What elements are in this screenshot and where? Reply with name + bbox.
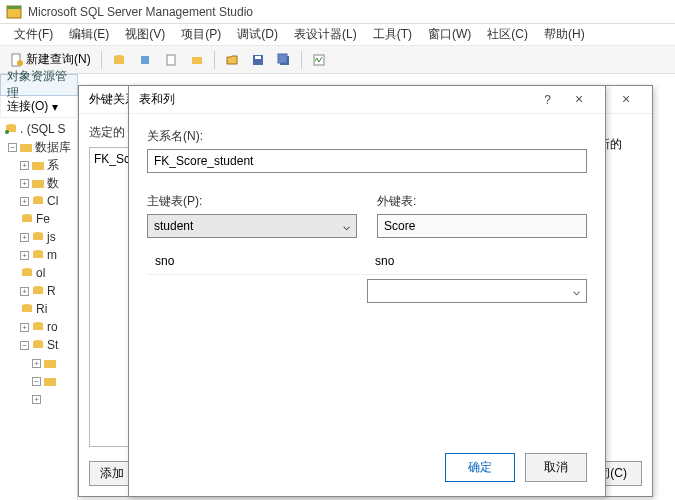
close-icon[interactable]: × [563, 90, 595, 110]
menu-view[interactable]: 视图(V) [119, 24, 171, 45]
tree-subitem[interactable]: + [0, 390, 77, 408]
relation-name-label: 关系名(N): [147, 128, 587, 145]
svg-rect-33 [22, 306, 32, 312]
svg-rect-17 [20, 144, 32, 152]
toolbar-open[interactable] [221, 51, 243, 69]
server-icon [4, 123, 18, 135]
expand-icon[interactable]: + [32, 395, 41, 404]
menu-community[interactable]: 社区(C) [481, 24, 534, 45]
tree-item[interactable]: Ri [0, 300, 77, 318]
fk-column-combo[interactable]: ⌵ [367, 279, 587, 303]
folder-icon [190, 53, 204, 67]
db-icon [31, 195, 45, 207]
menu-project[interactable]: 项目(P) [175, 24, 227, 45]
expand-icon[interactable]: + [20, 179, 29, 188]
pk-table-value: student [154, 219, 193, 233]
toolbar: 新建查询(N) [0, 46, 675, 74]
dropdown-icon[interactable]: ▾ [52, 100, 58, 114]
toolbar-btn-1[interactable] [108, 51, 130, 69]
tree-subitem[interactable]: − [0, 372, 77, 390]
expand-icon[interactable]: + [20, 323, 29, 332]
svg-rect-21 [33, 198, 43, 204]
fk-column-cell[interactable]: sno [367, 248, 587, 275]
tree-databases[interactable]: − 数据库 [0, 138, 77, 156]
tree-item[interactable]: +数 [0, 174, 77, 192]
menu-edit[interactable]: 编辑(E) [63, 24, 115, 45]
toolbar-save[interactable] [247, 51, 269, 69]
svg-rect-27 [33, 252, 43, 258]
db-icon [31, 231, 45, 243]
svg-rect-10 [255, 56, 261, 59]
fk-table-label: 外键表: [377, 193, 587, 210]
folder-icon [31, 159, 45, 171]
menu-designer[interactable]: 表设计器(L) [288, 24, 363, 45]
close-icon[interactable]: × [610, 90, 642, 110]
toolbar-saveall[interactable] [273, 51, 295, 69]
app-title: Microsoft SQL Server Management Studio [28, 5, 253, 19]
toolbar-btn-2[interactable] [134, 51, 156, 69]
menu-window[interactable]: 窗口(W) [422, 24, 477, 45]
chevron-down-icon: ⌵ [573, 284, 580, 298]
toolbar-sep3 [301, 51, 302, 69]
expand-icon[interactable]: + [20, 197, 29, 206]
relation-name-input[interactable] [147, 149, 587, 173]
activity-icon [312, 53, 326, 67]
report-icon [164, 53, 178, 67]
toolbar-activity[interactable] [308, 51, 330, 69]
pk-table-combo[interactable]: student ⌵ [147, 214, 357, 238]
tree-item[interactable]: +ro [0, 318, 77, 336]
expand-icon[interactable]: + [20, 287, 29, 296]
tree-item[interactable]: −St [0, 336, 77, 354]
toolbar-btn-3[interactable] [160, 51, 182, 69]
column-grid: sno sno ⌵ [147, 248, 587, 303]
toolbar-btn-4[interactable] [186, 51, 208, 69]
tree-item[interactable]: +Cl [0, 192, 77, 210]
collapse-icon[interactable]: − [32, 377, 41, 386]
cancel-button[interactable]: 取消 [525, 453, 587, 482]
menu-help[interactable]: 帮助(H) [538, 24, 591, 45]
expand-icon[interactable]: + [20, 161, 29, 170]
svg-rect-23 [22, 216, 32, 222]
toolbar-sep2 [214, 51, 215, 69]
object-explorer-header: 对象资源管理 [0, 74, 78, 96]
db-icon [31, 285, 45, 297]
app-icon [6, 4, 22, 20]
menu-tools[interactable]: 工具(T) [367, 24, 418, 45]
tree-root[interactable]: . (SQL S [0, 120, 77, 138]
object-explorer-tree: . (SQL S − 数据库 +系 +数 +Cl Fe +js +m ol +R… [0, 120, 78, 500]
collapse-icon[interactable]: − [20, 341, 29, 350]
expand-icon[interactable]: + [20, 233, 29, 242]
svg-rect-19 [32, 180, 44, 188]
connect-label[interactable]: 连接(O) [7, 98, 48, 115]
folder-icon [31, 177, 45, 189]
tc-dialog-title: 表和列 [139, 91, 175, 108]
new-query-button[interactable]: 新建查询(N) [6, 49, 95, 70]
expand-icon[interactable]: + [32, 359, 41, 368]
pk-column-cell[interactable]: sno [147, 248, 367, 275]
help-icon[interactable]: ? [538, 93, 557, 107]
fk-table-value: Score [377, 214, 587, 238]
svg-rect-8 [192, 57, 202, 64]
expand-icon[interactable]: + [20, 251, 29, 260]
tree-item[interactable]: +系 [0, 156, 77, 174]
tc-dialog-titlebar[interactable]: 表和列 ? × [129, 86, 605, 114]
new-query-label: 新建查询(N) [26, 51, 91, 68]
menu-debug[interactable]: 调试(D) [231, 24, 284, 45]
ok-button[interactable]: 确定 [445, 453, 515, 482]
menu-file[interactable]: 文件(F) [8, 24, 59, 45]
tree-item[interactable]: +m [0, 246, 77, 264]
db-icon [31, 321, 45, 333]
svg-rect-37 [33, 342, 43, 348]
chevron-down-icon: ⌵ [343, 219, 350, 233]
db-icon [20, 213, 34, 225]
svg-rect-7 [167, 55, 175, 65]
new-query-icon [10, 53, 24, 67]
tree-item[interactable]: Fe [0, 210, 77, 228]
tree-item[interactable]: +R [0, 282, 77, 300]
folder-icon [43, 375, 57, 387]
tree-item[interactable]: +js [0, 228, 77, 246]
tree-subitem[interactable]: + [0, 354, 77, 372]
cube-icon [138, 53, 152, 67]
collapse-icon[interactable]: − [8, 143, 17, 152]
tree-item[interactable]: ol [0, 264, 77, 282]
